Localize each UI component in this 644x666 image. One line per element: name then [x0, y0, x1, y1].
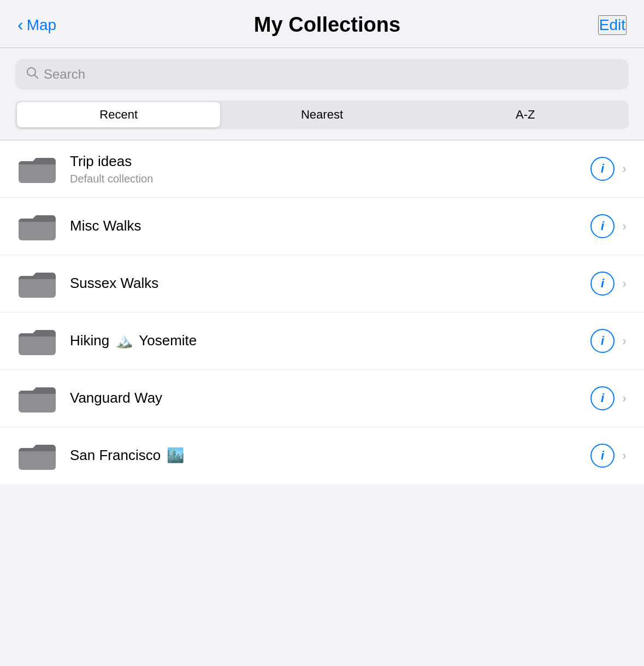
item-actions: i ›	[590, 444, 627, 468]
info-button[interactable]: i	[590, 444, 615, 468]
list-item[interactable]: Vanguard Way i ›	[0, 370, 644, 427]
mountain-emoji: 🏔️	[115, 332, 133, 349]
svg-line-1	[35, 75, 38, 79]
navigation-bar: ‹ Map My Collections Edit	[0, 0, 644, 48]
item-actions: i ›	[590, 157, 627, 181]
segment-container: Recent Nearest A-Z	[0, 101, 644, 140]
item-title: Vanguard Way	[70, 389, 577, 408]
svg-point-0	[27, 68, 36, 76]
folder-icon	[17, 152, 57, 185]
list-item[interactable]: Sussex Walks i ›	[0, 255, 644, 313]
info-button[interactable]: i	[590, 272, 615, 296]
folder-icon	[17, 439, 57, 472]
item-content: Trip ideas Default collection	[70, 152, 577, 185]
item-actions: i ›	[590, 329, 627, 353]
segment-control: Recent Nearest A-Z	[15, 101, 629, 129]
chevron-right-icon: ›	[622, 333, 627, 349]
item-content: Vanguard Way	[70, 389, 577, 408]
edit-button[interactable]: Edit	[598, 15, 627, 35]
back-label: Map	[27, 16, 56, 34]
tab-recent[interactable]: Recent	[17, 102, 220, 127]
collections-list: Trip ideas Default collection i › Misc W…	[0, 140, 644, 484]
item-title: Trip ideas	[70, 152, 577, 171]
item-title: Misc Walks	[70, 217, 577, 235]
item-content: Sussex Walks	[70, 274, 577, 293]
item-title: San Francisco 🏙️	[70, 446, 577, 465]
item-actions: i ›	[590, 386, 627, 410]
chevron-right-icon: ›	[622, 276, 627, 291]
item-title: Hiking 🏔️ Yosemite	[70, 332, 577, 350]
city-emoji: 🏙️	[167, 447, 184, 463]
page-title: My Collections	[56, 13, 598, 37]
item-content: Misc Walks	[70, 217, 577, 235]
info-button[interactable]: i	[590, 157, 615, 181]
list-item[interactable]: San Francisco 🏙️ i ›	[0, 427, 644, 484]
item-title: Sussex Walks	[70, 274, 577, 293]
search-container: Search	[0, 48, 644, 101]
tab-az[interactable]: A-Z	[424, 102, 627, 127]
chevron-right-icon: ›	[622, 161, 627, 176]
info-button[interactable]: i	[590, 386, 615, 410]
item-subtitle: Default collection	[70, 173, 577, 185]
item-actions: i ›	[590, 214, 627, 238]
chevron-right-icon: ›	[622, 391, 627, 406]
list-item[interactable]: Hiking 🏔️ Yosemite i ›	[0, 313, 644, 370]
folder-icon	[17, 382, 57, 415]
tab-nearest[interactable]: Nearest	[220, 102, 423, 127]
info-button[interactable]: i	[590, 214, 615, 238]
item-actions: i ›	[590, 272, 627, 296]
folder-icon	[17, 267, 57, 300]
folder-icon	[17, 210, 57, 243]
info-button[interactable]: i	[590, 329, 615, 353]
item-content: San Francisco 🏙️	[70, 446, 577, 465]
back-chevron-icon: ‹	[17, 16, 23, 33]
folder-icon	[17, 325, 57, 357]
search-bar[interactable]: Search	[15, 59, 629, 90]
item-content: Hiking 🏔️ Yosemite	[70, 332, 577, 350]
list-item[interactable]: Misc Walks i ›	[0, 198, 644, 255]
chevron-right-icon: ›	[622, 219, 627, 234]
search-placeholder: Search	[44, 67, 85, 82]
search-icon	[26, 67, 38, 82]
chevron-right-icon: ›	[622, 448, 627, 463]
list-item[interactable]: Trip ideas Default collection i ›	[0, 140, 644, 198]
back-button[interactable]: ‹ Map	[17, 16, 56, 34]
